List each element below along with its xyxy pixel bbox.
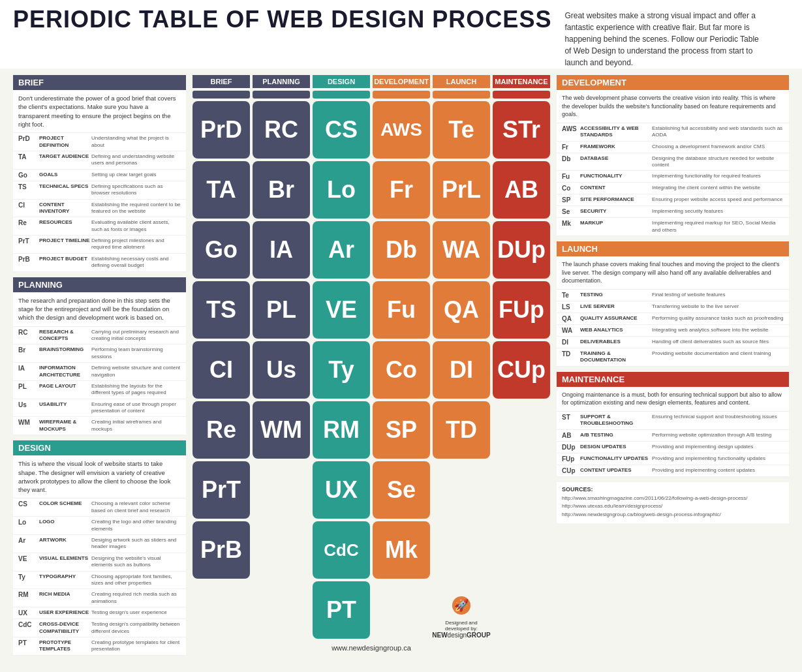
cell-empty-9-4 — [373, 581, 430, 639]
cell-UX: UX — [313, 461, 370, 519]
cell-SP: SP — [373, 401, 430, 459]
cell-AWS: AWS — [373, 101, 430, 159]
list-item: Br BRAINSTORMING Performing team brainst… — [13, 344, 186, 363]
list-item: IA INFORMATION ARCHITECTURE Defining web… — [13, 363, 186, 381]
list-item: WM WIREFRAME & MOCKUPS Creating initial … — [13, 417, 186, 435]
cell-DI: DI — [433, 341, 490, 399]
periodic-table: BRIEF PLANNING DESIGN DEVELOPMENT LAUNCH… — [193, 75, 550, 656]
list-item: TD TRAINING & DOCUMENTATION Providing we… — [557, 348, 789, 367]
rocket-icon: 🚀 — [448, 592, 474, 619]
list-item: LS LIVE SERVER Transferring website to t… — [557, 301, 789, 313]
list-item: Us USABILITY Ensuring ease of use throug… — [13, 399, 186, 418]
progress-bars — [193, 91, 550, 99]
cell-PL: PL — [253, 281, 310, 339]
progress-launch — [433, 91, 490, 99]
cell-PT: PT — [313, 581, 370, 639]
cell-empty-8-6 — [493, 521, 550, 579]
cell-IA: IA — [253, 221, 310, 279]
cell-WM: WM — [253, 401, 310, 459]
cell-Te: Te — [433, 101, 490, 159]
cell-Fu: Fu — [373, 281, 430, 339]
list-item: CUp CONTENT UPDATES Providing and implem… — [557, 465, 789, 477]
right-sidebar: DEVELOPMENT The web development phase co… — [557, 75, 789, 656]
sources-block: SOURCES: http://www.smashingmagazine.com… — [557, 482, 789, 523]
cell-empty-7-6 — [493, 461, 550, 519]
list-item: Fr FRAMEWORK Choosing a development fram… — [557, 142, 789, 153]
cell-Mk: Mk — [373, 521, 430, 579]
top-banner: PERIODIC TABLE OF WEB DESIGN PROCESS Gre… — [0, 0, 802, 69]
cell-Lo: Lo — [313, 161, 370, 219]
list-item: PrD PROJECT DEFINITION Understanding wha… — [13, 133, 186, 151]
sources-links: http://www.smashingmagazine.com/2011/06/… — [562, 495, 784, 519]
main-container: PERIODIC TABLE OF WEB DESIGN PROCESS Gre… — [0, 0, 802, 662]
cell-CI: CI — [193, 341, 250, 399]
launch-section-desc: The launch phase covers making final tou… — [557, 256, 789, 290]
list-item: PrB PROJECT BUDGET Establishing necessar… — [13, 254, 186, 272]
left-sidebar: BRIEF Don't underestimate the power of a… — [13, 75, 186, 656]
credit-block: 🚀 Designed and developed by: NEWdesignGR… — [433, 592, 490, 639]
list-item: Co CONTENT Integrating the client conten… — [557, 183, 789, 194]
cell-Br: Br — [253, 161, 310, 219]
table-row: TS PL VE Fu QA FUp — [193, 281, 550, 339]
table-row: PrB CdC Mk — [193, 521, 550, 579]
designed-by-label: Designed and developed by: — [433, 620, 490, 632]
sources-title: SOURCES: — [562, 486, 784, 493]
cell-CS: CS — [313, 101, 370, 159]
cell-empty-9-6 — [493, 581, 550, 639]
list-item: PL PAGE LAYOUT Establishing the layouts … — [13, 381, 186, 399]
cell-Us: Us — [253, 341, 310, 399]
brief-section: BRIEF Don't underestimate the power of a… — [13, 75, 186, 272]
progress-development — [373, 91, 430, 99]
col-header-development: DEVELOPMENT — [373, 75, 430, 88]
brief-header: BRIEF — [13, 75, 186, 90]
list-item: QA QUALITY ASSURANCE Performing quality … — [557, 313, 789, 325]
cell-Db: Db — [373, 221, 430, 279]
list-item: Ar ARTWORK Desiging artwork such as slid… — [13, 535, 186, 553]
list-item: Mk MARKUP Implementing required markup f… — [557, 218, 789, 236]
brand-label: NEWdesignGROUP — [432, 632, 490, 639]
launch-section: LAUNCH The launch phase covers making fi… — [557, 241, 789, 367]
progress-maintenance — [493, 91, 550, 99]
list-item: Te TESTING Final testing of website feat… — [557, 290, 789, 301]
cell-QA: QA — [433, 281, 490, 339]
cell-PrL: PrL — [433, 161, 490, 219]
list-item: CI CONTENT INVENTORY Establishing the re… — [13, 200, 186, 218]
list-item: TS TECHNICAL SPECS Defining specificatio… — [13, 181, 186, 200]
design-section: DESIGN This is where the visual look of … — [13, 440, 186, 655]
table-row: TA Br Lo Fr PrL AB — [193, 161, 550, 219]
col-header-launch: LAUNCH — [433, 75, 490, 88]
development-section-desc: The web development phase converts the c… — [557, 90, 789, 123]
cell-TD: TD — [433, 401, 490, 459]
cell-empty-8-2 — [253, 521, 310, 579]
cell-Ar: Ar — [313, 221, 370, 279]
content-area: BRIEF Don't underestimate the power of a… — [0, 69, 802, 662]
cell-DUp: DUp — [493, 221, 550, 279]
list-item: Go GOALS Setting up clear target goals — [13, 170, 186, 181]
list-item: RC RESEARCH & CONCEPTS Carrying out prel… — [13, 327, 186, 345]
list-item: TA TARGET AUDIENCE Defining and understa… — [13, 151, 186, 170]
progress-design — [313, 91, 370, 99]
cell-TA: TA — [193, 161, 250, 219]
list-item: Fu FUNCTIONALITY Implementing functional… — [557, 171, 789, 183]
planning-desc: The research and preparation done in thi… — [13, 292, 186, 327]
column-headers: BRIEF PLANNING DESIGN DEVELOPMENT LAUNCH… — [193, 75, 550, 88]
cell-PrT: PrT — [193, 461, 250, 519]
development-section-header: DEVELOPMENT — [557, 75, 789, 90]
cell-PrD: PrD — [193, 101, 250, 159]
cell-RM: RM — [313, 401, 370, 459]
col-header-maintenance: MAINTENANCE — [493, 75, 550, 88]
cell-Fr: Fr — [373, 161, 430, 219]
list-item: DI DELIVERABLES Handing off client deliv… — [557, 337, 789, 348]
list-item: CS COLOR SCHEME Choosing a relevant colo… — [13, 498, 186, 517]
design-desc: This is where the visual look of website… — [13, 455, 186, 498]
main-title: PERIODIC TABLE OF WEB DESIGN PROCESS — [13, 7, 551, 33]
list-item: UX USER EXPERIENCE Testing design's user… — [13, 607, 186, 619]
cell-empty-7-5 — [433, 461, 490, 519]
col-header-brief: BRIEF — [193, 75, 250, 88]
cell-AB: AB — [493, 161, 550, 219]
cell-CUp: CUp — [493, 341, 550, 399]
design-header: DESIGN — [13, 440, 186, 455]
cell-FUp: FUp — [493, 281, 550, 339]
cell-STr: STr — [493, 101, 550, 159]
table-row: CI Us Ty Co DI CUp — [193, 341, 550, 399]
